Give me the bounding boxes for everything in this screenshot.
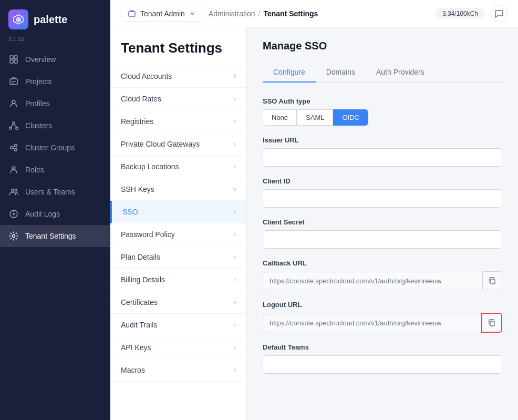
chevron-right-icon: ›	[234, 253, 236, 261]
client-secret-label: Client Secret	[263, 218, 502, 226]
roles-icon	[8, 165, 19, 175]
menu-item-label: Registries	[121, 117, 153, 126]
menu-item-label: Certificates	[121, 298, 158, 306]
callback-url-copy-button[interactable]	[483, 271, 502, 290]
sidebar-item-label: Cluster Groups	[25, 144, 75, 152]
menu-item-plan-details[interactable]: Plan Details ›	[110, 246, 246, 269]
settings-menu: Cloud Accounts › Cloud Rates › Registrie…	[110, 65, 246, 382]
logout-url-copy-button[interactable]	[481, 313, 502, 333]
issuer-url-group: Issuer URL	[263, 136, 502, 167]
menu-item-label: Billing Details	[121, 275, 165, 284]
breadcrumb-parent: Administration	[209, 9, 255, 18]
client-id-label: Client ID	[263, 177, 502, 185]
tenant-settings-icon	[8, 231, 19, 241]
tenant-name: Tenant Admin	[140, 9, 185, 18]
configure-form: SSO Auth type None SAML OIDC Issuer URL …	[263, 97, 502, 374]
menu-item-label: Plan Details	[121, 253, 160, 261]
chevron-right-icon: ›	[234, 276, 236, 283]
menu-item-billing-details[interactable]: Billing Details ›	[110, 269, 246, 291]
sidebar-item-audit-logs[interactable]: Audit Logs	[0, 203, 110, 225]
chevron-right-icon: ›	[234, 163, 236, 170]
sidebar-item-tenant-settings[interactable]: Tenant Settings	[0, 225, 110, 247]
svg-rect-28	[129, 12, 135, 16]
tab-auth-providers[interactable]: Auth Providers	[366, 63, 435, 83]
svg-rect-4	[10, 60, 13, 63]
menu-item-certificates[interactable]: Certificates ›	[110, 291, 246, 314]
auth-btn-none[interactable]: None	[263, 109, 297, 126]
audit-logs-icon	[8, 209, 19, 219]
svg-rect-3	[14, 56, 17, 59]
issuer-url-input[interactable]	[263, 148, 502, 167]
svg-point-9	[12, 100, 15, 104]
tab-configure[interactable]: Configure	[263, 63, 316, 83]
svg-line-14	[14, 124, 17, 127]
auth-type-buttons: None SAML OIDC	[263, 109, 502, 126]
topbar: Tenant Admin Administration / Tenant Set…	[110, 0, 518, 27]
callback-url-input[interactable]	[263, 272, 483, 290]
svg-point-21	[13, 168, 14, 169]
sidebar-item-overview[interactable]: Overview	[0, 48, 110, 70]
menu-item-label: Cloud Rates	[121, 95, 161, 103]
menu-item-label: Password Policy	[121, 230, 175, 239]
menu-item-registries[interactable]: Registries ›	[110, 110, 246, 133]
svg-rect-29	[491, 279, 495, 284]
tab-domains[interactable]: Domains	[316, 63, 366, 83]
chevron-right-icon: ›	[234, 186, 236, 193]
sidebar-item-users-teams[interactable]: Users & Teams	[0, 181, 110, 203]
sidebar-item-profiles[interactable]: Profiles	[0, 93, 110, 115]
menu-item-ssh-keys[interactable]: SSH Keys ›	[110, 178, 246, 201]
topbar-right: 3.34/100kCh	[436, 5, 507, 22]
chevron-right-icon: ›	[234, 95, 236, 103]
chat-icon[interactable]	[491, 5, 507, 22]
clusters-icon	[8, 120, 19, 131]
svg-point-23	[15, 189, 17, 191]
sidebar-item-label: Audit Logs	[25, 210, 60, 218]
profiles-icon	[8, 98, 19, 109]
menu-item-cloud-accounts[interactable]: Cloud Accounts ›	[110, 65, 246, 88]
page-title-area: Tenant Settings	[110, 27, 246, 65]
copy-icon	[488, 276, 496, 285]
page-section: Tenant Settings Cloud Accounts › Cloud R…	[110, 27, 247, 420]
sidebar-item-roles[interactable]: Roles	[0, 159, 110, 181]
auth-btn-oidc[interactable]: OIDC	[333, 109, 368, 126]
logout-url-input[interactable]	[263, 314, 481, 332]
callback-url-label: Callback URL	[263, 259, 502, 267]
sidebar-item-cluster-groups[interactable]: Cluster Groups	[0, 137, 110, 159]
client-id-input[interactable]	[263, 189, 502, 208]
chevron-right-icon: ›	[234, 344, 236, 351]
callback-url-group: Callback URL	[263, 259, 502, 290]
tenant-selector[interactable]: Tenant Admin	[121, 6, 202, 22]
chevron-right-icon: ›	[234, 366, 236, 374]
issuer-url-label: Issuer URL	[263, 136, 502, 144]
svg-rect-5	[14, 60, 17, 63]
users-teams-icon	[8, 187, 19, 197]
sidebar-item-label: Users & Teams	[25, 188, 75, 196]
menu-item-sso[interactable]: SSO ›	[110, 201, 246, 223]
svg-rect-30	[490, 321, 494, 326]
svg-marker-1	[16, 17, 21, 23]
client-secret-input[interactable]	[263, 230, 502, 249]
menu-item-private-cloud-gateways[interactable]: Private Cloud Gateways ›	[110, 133, 246, 156]
menu-item-api-keys[interactable]: API Keys ›	[110, 336, 246, 359]
version-label: 3.1.19	[0, 35, 110, 48]
sidebar-item-label: Profiles	[25, 99, 50, 108]
svg-point-25	[13, 213, 15, 215]
sidebar-item-projects[interactable]: Projects	[0, 70, 110, 93]
sidebar-item-label: Tenant Settings	[25, 232, 76, 240]
menu-item-macros[interactable]: Macros ›	[110, 359, 246, 382]
auth-type-label: SSO Auth type	[263, 97, 502, 105]
menu-item-password-policy[interactable]: Password Policy ›	[110, 223, 246, 246]
auth-btn-saml[interactable]: SAML	[297, 109, 333, 126]
chevron-right-icon: ›	[234, 118, 236, 125]
svg-point-17	[15, 149, 17, 151]
menu-item-audit-trails[interactable]: Audit Trails ›	[110, 314, 246, 336]
sidebar-item-clusters[interactable]: Clusters	[0, 115, 110, 137]
menu-item-backup-locations[interactable]: Backup Locations ›	[110, 156, 246, 178]
svg-rect-12	[16, 127, 18, 129]
default-teams-input[interactable]	[263, 355, 502, 374]
chevron-down-icon	[189, 11, 195, 17]
sso-panel: Manage SSO Configure Domains Auth Provid…	[247, 27, 518, 420]
menu-item-cloud-rates[interactable]: Cloud Rates ›	[110, 88, 246, 110]
client-secret-group: Client Secret	[263, 218, 502, 249]
auth-type-group: SSO Auth type None SAML OIDC	[263, 97, 502, 126]
